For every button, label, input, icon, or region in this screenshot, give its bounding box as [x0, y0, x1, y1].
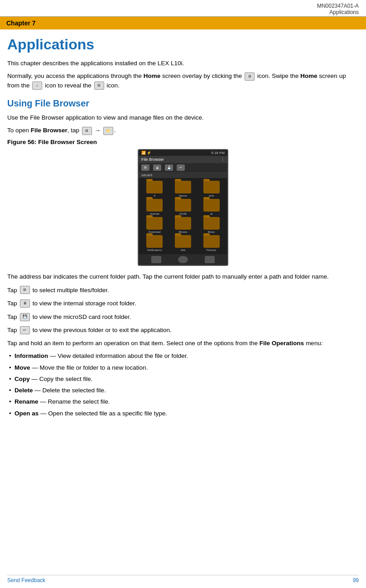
- device-title-bar: File Browser ⋮: [139, 156, 227, 163]
- tap-icon-2: 💾: [20, 313, 30, 321]
- folder-icon-download: [146, 217, 163, 230]
- op-open-as: Open as — Open the selected file as a sp…: [7, 409, 359, 418]
- folder-item: Movies: [170, 217, 197, 233]
- toolbar-storage-icon: 🖥: [153, 164, 161, 171]
- hold-pre: Tap and hold an item to perform an opera…: [7, 340, 260, 347]
- folder-icon-pictures: [203, 235, 220, 248]
- chapter-label: Chapter 7: [6, 19, 36, 27]
- fb-intro: Use the File Browser application to view…: [7, 113, 359, 122]
- folder-item: DCIM: [170, 199, 197, 215]
- folder-label-pictures: Pictures: [207, 249, 217, 251]
- op-move: Move — Move the file or folder to a new …: [7, 363, 359, 372]
- device-bottom-bar: [139, 254, 227, 265]
- tap-pre-3: Tap: [7, 325, 17, 335]
- folder-icon-ame: [203, 181, 220, 193]
- op-desc-open-as: — Open the selected file as a specific f…: [40, 410, 167, 417]
- chapter-bar: Chapter 7: [0, 17, 366, 29]
- content-area: Applications This chapter describes the …: [0, 37, 366, 439]
- intro-home1: Home: [144, 72, 161, 79]
- folder-item: Download: [141, 217, 168, 233]
- intro-para2: Normally, you access the applications th…: [7, 72, 359, 90]
- send-feedback-link[interactable]: Send Feedback: [7, 577, 45, 583]
- status-right: 5:18 PM: [211, 151, 225, 155]
- doc-id: MN002347A01-A: [317, 3, 359, 9]
- device-screenshot: 📶 ⚡ 5:18 PM File Browser ⋮ ⊞ 🖥 💾 ↩ sdcar…: [138, 149, 228, 266]
- toolbar-grid-icon: ⊞: [141, 164, 149, 171]
- intro-para2-mid2: icon. Swipe the: [255, 72, 300, 79]
- folder-item: Notifications: [141, 235, 168, 251]
- tap-icon-3: ↩: [20, 326, 30, 334]
- folder-label-notifications: Notifications: [147, 249, 162, 251]
- device-nav-recent: [205, 256, 215, 263]
- op-term-rename: Rename: [14, 398, 39, 405]
- tap-post-0: to select multiple files/folder.: [33, 285, 109, 295]
- folder-item: Pictures: [198, 235, 225, 251]
- folder-icon-android: [146, 199, 163, 212]
- open-term: File Browser: [31, 127, 67, 134]
- intro-para2-mid: screen overlay by clicking the: [160, 72, 244, 79]
- folder-item: Alarms: [170, 181, 197, 197]
- device-status-bar: 📶 ⚡ 5:18 PM: [139, 150, 227, 156]
- open-pre: To open: [7, 127, 31, 134]
- doc-section: Applications: [329, 9, 359, 15]
- folder-item: ame: [198, 181, 225, 197]
- op-delete: Delete — Delete the selected file.: [7, 386, 359, 395]
- hold-term: File Operations: [260, 340, 304, 347]
- apps-icon: ⊞: [94, 82, 104, 90]
- open-icon2: 📁: [103, 127, 113, 135]
- page-number: 99: [353, 577, 359, 583]
- address-bar-desc: The address bar indicates the current fo…: [7, 272, 359, 281]
- figure-caption: Figure 56: File Browser Screen: [7, 139, 359, 145]
- device-nav-back: [151, 256, 161, 263]
- tap-post-3: to view the previous folder or to exit t…: [33, 325, 172, 335]
- folder-icon-alarms: [175, 181, 191, 193]
- folder-icon-dt: [203, 199, 220, 212]
- folder-label-0: 0: [154, 194, 155, 197]
- op-term-delete: Delete: [14, 387, 33, 394]
- home-icon: ⌂: [32, 82, 42, 90]
- toolbar-sd-icon: 💾: [165, 164, 173, 171]
- hold-desc: Tap and hold an item to perform an opera…: [7, 339, 359, 348]
- tap-instruction-3: Tap ↩ to view the previous folder or to …: [7, 325, 359, 335]
- folder-item: dt: [198, 199, 225, 215]
- tap-pre-1: Tap: [7, 299, 17, 308]
- status-left: 📶 ⚡: [141, 151, 151, 155]
- op-desc-rename: — Rename the select file.: [40, 398, 110, 405]
- op-information: Information — View detailed information …: [7, 352, 359, 361]
- folder-item: Music: [198, 217, 225, 233]
- folder-label-dt: dt: [210, 212, 212, 215]
- intro-para2-end: icon.: [105, 82, 120, 89]
- device-toolbar: ⊞ 🖥 💾 ↩: [139, 163, 227, 172]
- intro-para1: This chapter describes the applications …: [7, 59, 359, 68]
- folder-icon-music: [203, 217, 220, 230]
- page-title: Applications: [7, 37, 359, 53]
- device-nav-home: [178, 256, 188, 263]
- op-desc-move: — Move the file or folder to a new locat…: [32, 364, 148, 371]
- tap-icon-1: 🖥: [20, 299, 30, 308]
- operations-list: Information — View detailed information …: [7, 352, 359, 418]
- tap-post-2: to view the microSD card root folder.: [33, 312, 131, 322]
- op-desc-delete: — Delete the selected file.: [34, 387, 106, 394]
- op-term-copy: Copy: [14, 376, 30, 382]
- tap-pre-2: Tap: [7, 312, 17, 322]
- tap-instruction-1: Tap 🖥 to view the internal storage root …: [7, 299, 359, 308]
- open-mid: , tap: [67, 127, 81, 134]
- folder-icon-0: [146, 181, 163, 193]
- folder-label-obb: obb: [181, 249, 185, 251]
- folder-item: obb: [170, 235, 197, 251]
- page-footer: Send Feedback 99: [7, 575, 359, 583]
- open-instruction: To open File Browser, tap ⊞ → 📁.: [7, 126, 359, 135]
- section-heading: Using File Browser: [7, 98, 359, 109]
- intro-para2-mid4: icon to reveal the: [43, 82, 93, 89]
- grid-icon: ⊞: [245, 72, 255, 81]
- folder-item: 0: [141, 181, 168, 197]
- open-icon1: ⊞: [82, 127, 92, 135]
- folder-icon-movies: [175, 217, 191, 230]
- op-rename: Rename — Rename the select file.: [7, 397, 359, 406]
- intro-para2-pre: Normally, you access the applications th…: [7, 72, 144, 79]
- tap-icon-0: ⊞: [20, 286, 30, 294]
- folder-item: Android: [141, 199, 168, 215]
- folder-icon-dcim: [175, 199, 191, 212]
- device-folder-grid: 0 Alarms ame Android DCIM dt: [139, 178, 227, 254]
- op-term-open-as: Open as: [14, 410, 39, 417]
